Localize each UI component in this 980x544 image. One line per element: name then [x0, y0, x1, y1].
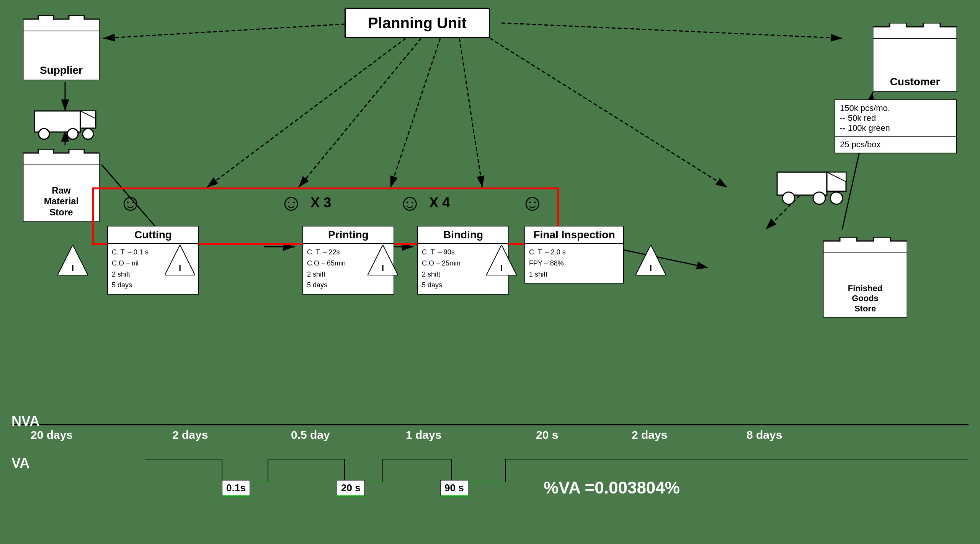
customer-info-box: 150k pcs/mo. -- 50k red -- 100k green 25…	[835, 99, 957, 153]
cutting-title: Cutting	[108, 226, 198, 244]
nva-value-7: 8 days	[746, 428, 782, 441]
svg-point-47	[830, 192, 843, 204]
binding-inventory: I	[486, 245, 517, 275]
cutting-operator: ☺	[119, 191, 142, 214]
customer-factory: Customer	[873, 23, 957, 92]
raw-material-store: RawMaterialStore	[23, 149, 100, 222]
svg-point-37	[39, 129, 49, 139]
cutting-inventory: I	[165, 245, 195, 275]
raw-inventory: I	[57, 245, 88, 275]
supplier-truck	[31, 107, 100, 142]
va-value-1: 0.1s	[222, 480, 250, 497]
finished-goods-label: FinishedGoodsStore	[823, 283, 907, 314]
final-inspection-inventory: I	[635, 245, 666, 275]
svg-point-39	[83, 129, 93, 139]
svg-line-2	[103, 23, 364, 38]
svg-text:I: I	[500, 263, 503, 273]
nva-value-2: 2 days	[172, 428, 208, 441]
svg-line-7	[501, 23, 842, 38]
raw-material-label: RawMaterialStore	[23, 185, 100, 218]
binding-title: Binding	[418, 226, 508, 244]
binding-multiplier: X 4	[429, 196, 450, 210]
svg-text:I: I	[72, 263, 74, 273]
va-value-3: 90 s	[440, 480, 468, 497]
svg-text:I: I	[179, 263, 181, 273]
printing-inventory: I	[368, 245, 398, 275]
final-inspection-title: Final Inspection	[525, 226, 623, 244]
final-inspection-process-box: Final Inspection C. T. – 2.0 sFPY – 88%1…	[524, 226, 624, 283]
printing-operator: ☺ X 3	[279, 191, 331, 214]
svg-point-38	[67, 129, 78, 139]
planning-unit-label: Planning Unit	[368, 15, 467, 32]
planning-unit-box: Planning Unit	[345, 8, 490, 38]
va-value-2: 20 s	[337, 480, 365, 497]
svg-line-3	[207, 38, 406, 187]
customer-info-line4: 25 pcs/box	[840, 140, 952, 150]
nva-value-6: 2 days	[632, 428, 667, 441]
outbound-truck	[773, 168, 850, 207]
va-label: VA	[11, 455, 29, 471]
percent-va: %VA =0.003804%	[544, 478, 680, 497]
finished-goods-store: FinishedGoodsStore	[823, 237, 907, 318]
nva-value-3: 0.5 day	[291, 428, 330, 441]
nva-value-1: 20 days	[31, 428, 73, 441]
nva-value-5: 20 s	[536, 428, 558, 441]
svg-line-4	[299, 38, 421, 187]
svg-line-6	[459, 38, 482, 187]
printing-multiplier: X 3	[310, 196, 331, 210]
nva-label: NVA	[11, 413, 39, 429]
supplier-label: Supplier	[23, 64, 100, 77]
svg-line-5	[390, 38, 440, 187]
final-inspection-details: C. T. – 2.0 sFPY – 88%1 shift	[525, 244, 623, 283]
svg-line-8	[490, 38, 727, 187]
printing-title: Printing	[303, 226, 394, 244]
svg-point-46	[813, 192, 825, 204]
binding-operator: ☺ X 4	[398, 191, 450, 214]
supplier-factory: Supplier	[23, 15, 100, 80]
svg-text:I: I	[382, 263, 384, 273]
svg-point-45	[782, 192, 795, 204]
svg-text:I: I	[650, 263, 652, 273]
customer-info-line2: -- 50k red	[840, 113, 952, 123]
customer-info-line3: -- 100k green	[840, 123, 952, 133]
customer-label: Customer	[873, 76, 957, 88]
nva-value-4: 1 days	[406, 428, 441, 441]
customer-info-line1: 150k pcs/mo.	[840, 103, 952, 113]
final-inspection-operator: ☺	[521, 191, 544, 214]
